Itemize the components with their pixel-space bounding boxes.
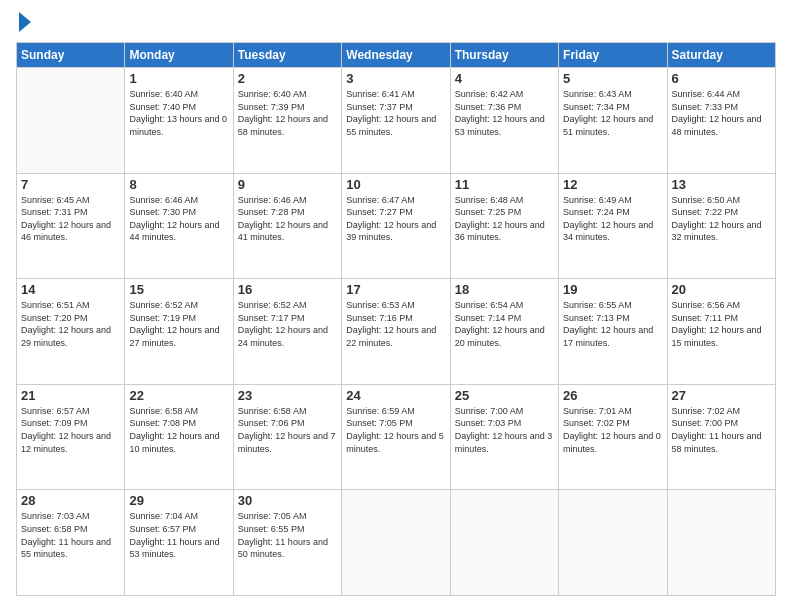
day-cell (667, 490, 775, 596)
day-cell: 22Sunrise: 6:58 AMSunset: 7:08 PMDayligh… (125, 384, 233, 490)
day-number: 6 (672, 71, 771, 86)
day-info: Sunrise: 7:03 AMSunset: 6:58 PMDaylight:… (21, 510, 120, 560)
day-cell: 19Sunrise: 6:55 AMSunset: 7:13 PMDayligh… (559, 279, 667, 385)
week-row-4: 21Sunrise: 6:57 AMSunset: 7:09 PMDayligh… (17, 384, 776, 490)
day-number: 25 (455, 388, 554, 403)
day-cell: 1Sunrise: 6:40 AMSunset: 7:40 PMDaylight… (125, 68, 233, 174)
day-info: Sunrise: 7:00 AMSunset: 7:03 PMDaylight:… (455, 405, 554, 455)
week-row-5: 28Sunrise: 7:03 AMSunset: 6:58 PMDayligh… (17, 490, 776, 596)
logo (16, 16, 31, 32)
day-number: 26 (563, 388, 662, 403)
day-number: 11 (455, 177, 554, 192)
day-info: Sunrise: 6:42 AMSunset: 7:36 PMDaylight:… (455, 88, 554, 138)
day-number: 22 (129, 388, 228, 403)
day-info: Sunrise: 6:52 AMSunset: 7:19 PMDaylight:… (129, 299, 228, 349)
day-info: Sunrise: 6:46 AMSunset: 7:30 PMDaylight:… (129, 194, 228, 244)
day-number: 15 (129, 282, 228, 297)
day-info: Sunrise: 6:40 AMSunset: 7:40 PMDaylight:… (129, 88, 228, 138)
day-cell: 21Sunrise: 6:57 AMSunset: 7:09 PMDayligh… (17, 384, 125, 490)
day-cell: 27Sunrise: 7:02 AMSunset: 7:00 PMDayligh… (667, 384, 775, 490)
week-row-3: 14Sunrise: 6:51 AMSunset: 7:20 PMDayligh… (17, 279, 776, 385)
day-number: 5 (563, 71, 662, 86)
day-info: Sunrise: 6:51 AMSunset: 7:20 PMDaylight:… (21, 299, 120, 349)
day-cell: 7Sunrise: 6:45 AMSunset: 7:31 PMDaylight… (17, 173, 125, 279)
header (16, 16, 776, 32)
day-info: Sunrise: 6:53 AMSunset: 7:16 PMDaylight:… (346, 299, 445, 349)
day-cell: 5Sunrise: 6:43 AMSunset: 7:34 PMDaylight… (559, 68, 667, 174)
day-cell: 29Sunrise: 7:04 AMSunset: 6:57 PMDayligh… (125, 490, 233, 596)
day-cell: 28Sunrise: 7:03 AMSunset: 6:58 PMDayligh… (17, 490, 125, 596)
weekday-header-sunday: Sunday (17, 43, 125, 68)
day-number: 14 (21, 282, 120, 297)
day-number: 2 (238, 71, 337, 86)
day-number: 18 (455, 282, 554, 297)
day-cell: 11Sunrise: 6:48 AMSunset: 7:25 PMDayligh… (450, 173, 558, 279)
day-cell: 25Sunrise: 7:00 AMSunset: 7:03 PMDayligh… (450, 384, 558, 490)
day-info: Sunrise: 7:05 AMSunset: 6:55 PMDaylight:… (238, 510, 337, 560)
day-number: 16 (238, 282, 337, 297)
day-number: 30 (238, 493, 337, 508)
day-info: Sunrise: 7:02 AMSunset: 7:00 PMDaylight:… (672, 405, 771, 455)
weekday-header-friday: Friday (559, 43, 667, 68)
day-cell: 10Sunrise: 6:47 AMSunset: 7:27 PMDayligh… (342, 173, 450, 279)
logo-arrow-icon (19, 12, 31, 32)
day-info: Sunrise: 6:41 AMSunset: 7:37 PMDaylight:… (346, 88, 445, 138)
day-number: 3 (346, 71, 445, 86)
day-number: 4 (455, 71, 554, 86)
weekday-header-thursday: Thursday (450, 43, 558, 68)
weekday-header-row: SundayMondayTuesdayWednesdayThursdayFrid… (17, 43, 776, 68)
weekday-header-saturday: Saturday (667, 43, 775, 68)
weekday-header-wednesday: Wednesday (342, 43, 450, 68)
day-info: Sunrise: 6:59 AMSunset: 7:05 PMDaylight:… (346, 405, 445, 455)
day-number: 7 (21, 177, 120, 192)
day-cell: 23Sunrise: 6:58 AMSunset: 7:06 PMDayligh… (233, 384, 341, 490)
day-cell: 15Sunrise: 6:52 AMSunset: 7:19 PMDayligh… (125, 279, 233, 385)
day-info: Sunrise: 6:52 AMSunset: 7:17 PMDaylight:… (238, 299, 337, 349)
day-info: Sunrise: 6:58 AMSunset: 7:06 PMDaylight:… (238, 405, 337, 455)
day-info: Sunrise: 6:40 AMSunset: 7:39 PMDaylight:… (238, 88, 337, 138)
day-info: Sunrise: 7:04 AMSunset: 6:57 PMDaylight:… (129, 510, 228, 560)
day-number: 28 (21, 493, 120, 508)
day-cell: 3Sunrise: 6:41 AMSunset: 7:37 PMDaylight… (342, 68, 450, 174)
day-info: Sunrise: 6:54 AMSunset: 7:14 PMDaylight:… (455, 299, 554, 349)
day-number: 13 (672, 177, 771, 192)
week-row-2: 7Sunrise: 6:45 AMSunset: 7:31 PMDaylight… (17, 173, 776, 279)
day-info: Sunrise: 6:50 AMSunset: 7:22 PMDaylight:… (672, 194, 771, 244)
weekday-header-tuesday: Tuesday (233, 43, 341, 68)
day-info: Sunrise: 6:58 AMSunset: 7:08 PMDaylight:… (129, 405, 228, 455)
day-cell: 16Sunrise: 6:52 AMSunset: 7:17 PMDayligh… (233, 279, 341, 385)
day-cell: 4Sunrise: 6:42 AMSunset: 7:36 PMDaylight… (450, 68, 558, 174)
day-cell (450, 490, 558, 596)
day-number: 1 (129, 71, 228, 86)
day-number: 27 (672, 388, 771, 403)
day-number: 12 (563, 177, 662, 192)
day-cell: 9Sunrise: 6:46 AMSunset: 7:28 PMDaylight… (233, 173, 341, 279)
weekday-header-monday: Monday (125, 43, 233, 68)
day-cell: 13Sunrise: 6:50 AMSunset: 7:22 PMDayligh… (667, 173, 775, 279)
day-number: 21 (21, 388, 120, 403)
day-info: Sunrise: 6:45 AMSunset: 7:31 PMDaylight:… (21, 194, 120, 244)
day-number: 10 (346, 177, 445, 192)
day-number: 24 (346, 388, 445, 403)
day-cell: 18Sunrise: 6:54 AMSunset: 7:14 PMDayligh… (450, 279, 558, 385)
day-info: Sunrise: 6:49 AMSunset: 7:24 PMDaylight:… (563, 194, 662, 244)
day-info: Sunrise: 7:01 AMSunset: 7:02 PMDaylight:… (563, 405, 662, 455)
day-cell: 17Sunrise: 6:53 AMSunset: 7:16 PMDayligh… (342, 279, 450, 385)
day-number: 29 (129, 493, 228, 508)
day-cell: 24Sunrise: 6:59 AMSunset: 7:05 PMDayligh… (342, 384, 450, 490)
day-number: 17 (346, 282, 445, 297)
day-info: Sunrise: 6:43 AMSunset: 7:34 PMDaylight:… (563, 88, 662, 138)
day-number: 23 (238, 388, 337, 403)
day-info: Sunrise: 6:44 AMSunset: 7:33 PMDaylight:… (672, 88, 771, 138)
day-number: 9 (238, 177, 337, 192)
day-number: 8 (129, 177, 228, 192)
day-cell (342, 490, 450, 596)
day-info: Sunrise: 6:47 AMSunset: 7:27 PMDaylight:… (346, 194, 445, 244)
day-cell (17, 68, 125, 174)
day-cell: 30Sunrise: 7:05 AMSunset: 6:55 PMDayligh… (233, 490, 341, 596)
day-info: Sunrise: 6:55 AMSunset: 7:13 PMDaylight:… (563, 299, 662, 349)
day-number: 19 (563, 282, 662, 297)
day-info: Sunrise: 6:48 AMSunset: 7:25 PMDaylight:… (455, 194, 554, 244)
page: SundayMondayTuesdayWednesdayThursdayFrid… (0, 0, 792, 612)
calendar-table: SundayMondayTuesdayWednesdayThursdayFrid… (16, 42, 776, 596)
